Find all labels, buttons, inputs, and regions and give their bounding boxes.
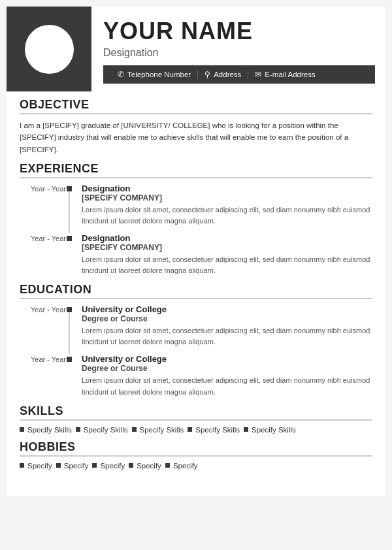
hobby-label: Specify	[137, 462, 161, 470]
education-degree: Degree or Course	[82, 314, 372, 323]
timeline-left: Year - Year	[20, 233, 75, 276]
education-timeline: Year - Year University or College Degree…	[20, 304, 372, 397]
photo-block	[7, 7, 91, 91]
education-title: EDUCATION	[20, 283, 372, 299]
skill-item: Specify Skills	[76, 426, 128, 434]
bullet-icon	[20, 427, 24, 432]
email-text: E-mail Address	[265, 71, 315, 78]
education-years: Year - Year	[31, 306, 66, 314]
education-degree: Degree or Course	[82, 364, 372, 373]
hobby-item: Specify	[92, 462, 125, 470]
bullet-icon	[165, 463, 170, 468]
address-icon: ⚲	[204, 70, 210, 79]
timeline-dot	[67, 236, 72, 241]
objective-text: I am a [SPECIFY] graduate of [UNIVERSITY…	[20, 120, 372, 155]
education-desc: Lorem ipsum dolor sit amet, consectetuer…	[82, 325, 372, 348]
timeline-left: Year - Year	[20, 354, 75, 397]
hobby-item: Specify	[165, 462, 198, 470]
experience-item: Year - Year Designation [SPECIFY COMPANY…	[20, 233, 372, 276]
experience-title: EXPERIENCE	[20, 162, 372, 178]
contact-email: ✉ E-mail Address	[248, 70, 321, 79]
hobby-item: Specify	[56, 462, 89, 470]
skill-label: Specify Skills	[84, 426, 128, 434]
timeline-left: Year - Year	[20, 304, 75, 348]
bullet-icon	[244, 427, 248, 432]
experience-years: Year - Year	[31, 235, 66, 242]
resume-page: YOUR NAME Designation ✆ Telephone Number…	[7, 7, 385, 496]
header-info: YOUR NAME Designation ✆ Telephone Number…	[91, 7, 385, 91]
skill-label: Specify Skills	[140, 426, 184, 434]
skill-item: Specify Skills	[188, 426, 240, 434]
hobby-label: Specify	[173, 462, 198, 470]
address-text: Address	[214, 71, 241, 78]
timeline-left: Year - Year	[20, 184, 75, 227]
education-desc: Lorem ipsum dolor sit amet, consectetuer…	[82, 375, 372, 397]
experience-item: Year - Year Designation [SPECIFY COMPANY…	[20, 184, 372, 227]
skill-item: Specify Skills	[132, 426, 184, 434]
skills-title: SKILLS	[20, 404, 372, 421]
candidate-designation: Designation	[103, 47, 375, 59]
phone-icon: ✆	[118, 70, 124, 79]
objective-title: OBJECTIVE	[20, 98, 372, 114]
experience-section: EXPERIENCE Year - Year Designation [SPEC…	[7, 155, 385, 276]
hobby-label: Specify	[100, 462, 125, 470]
bullet-icon	[76, 427, 80, 432]
bullet-icon	[132, 427, 137, 432]
experience-content: Designation [SPECIFY COMPANY] Lorem ipsu…	[82, 184, 372, 227]
education-section: EDUCATION Year - Year University or Coll…	[7, 276, 385, 397]
hobbies-title: HOBBIES	[20, 440, 372, 457]
timeline-line	[69, 312, 70, 354]
education-content: University or College Degree or Course L…	[82, 354, 372, 397]
experience-company: [SPECIFY COMPANY]	[82, 193, 372, 202]
skill-label: Specify Skills	[195, 426, 240, 434]
timeline-dot	[67, 307, 72, 312]
email-icon: ✉	[255, 70, 261, 79]
hobby-label: Specify	[27, 462, 52, 470]
experience-years: Year - Year	[31, 185, 66, 193]
skills-section: SKILLS Specify Skills Specify Skills Spe…	[7, 398, 385, 434]
skill-item: Specify Skills	[20, 426, 72, 434]
experience-role: Designation	[82, 184, 372, 193]
contact-phone: ✆ Telephone Number	[111, 70, 198, 79]
skills-list: Specify Skills Specify Skills Specify Sk…	[20, 426, 372, 434]
hobby-label: Specify	[64, 462, 89, 470]
education-school: University or College	[82, 354, 372, 364]
education-years: Year - Year	[31, 355, 66, 363]
timeline-line	[69, 191, 70, 233]
skill-label: Specify Skills	[252, 426, 296, 434]
hobby-item: Specify	[129, 462, 161, 470]
education-school: University or College	[82, 304, 372, 314]
hobbies-list: Specify Specify Specify Specify Specify	[20, 462, 372, 470]
experience-timeline: Year - Year Designation [SPECIFY COMPANY…	[20, 184, 372, 276]
education-content: University or College Degree or Course L…	[82, 304, 372, 348]
bullet-icon	[56, 463, 61, 468]
phone-text: Telephone Number	[127, 71, 191, 78]
hobbies-section: HOBBIES Specify Specify Specify Specify …	[7, 434, 385, 483]
contact-address: ⚲ Address	[198, 70, 248, 79]
avatar	[25, 25, 74, 74]
experience-desc: Lorem ipsum dolor sit amet, consectetuer…	[82, 254, 372, 276]
skill-item: Specify Skills	[244, 426, 296, 434]
contact-bar: ✆ Telephone Number ⚲ Address ✉ E-mail Ad…	[103, 65, 375, 84]
experience-content: Designation [SPECIFY COMPANY] Lorem ipsu…	[82, 233, 372, 276]
skill-label: Specify Skills	[27, 426, 72, 434]
hobby-item: Specify	[20, 462, 52, 470]
education-item: Year - Year University or College Degree…	[20, 304, 372, 348]
objective-section: OBJECTIVE I am a [SPECIFY] graduate of […	[7, 91, 385, 155]
education-item: Year - Year University or College Degree…	[20, 354, 372, 397]
bullet-icon	[188, 427, 192, 432]
candidate-name: YOUR NAME	[103, 18, 375, 44]
experience-company: [SPECIFY COMPANY]	[82, 243, 372, 252]
bullet-icon	[129, 463, 133, 468]
experience-desc: Lorem ipsum dolor sit amet, consectetuer…	[82, 204, 372, 227]
bullet-icon	[92, 463, 97, 468]
timeline-dot	[67, 357, 72, 362]
bullet-icon	[20, 463, 24, 468]
header: YOUR NAME Designation ✆ Telephone Number…	[7, 7, 385, 91]
timeline-dot	[67, 186, 72, 191]
experience-role: Designation	[82, 233, 372, 243]
